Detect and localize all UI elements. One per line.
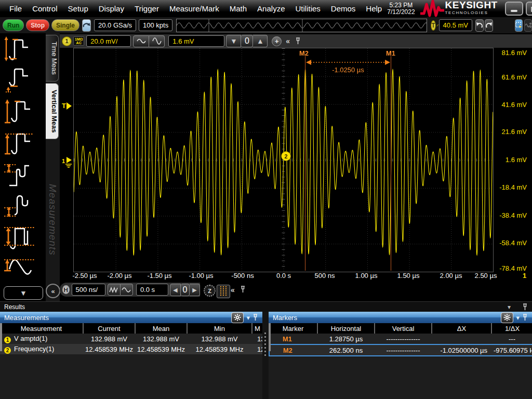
acquisition-preview-strip[interactable]	[176, 19, 427, 32]
offset-down-button[interactable]: ▼	[226, 35, 241, 47]
channel-1-bar: 1 1MΩ AC 20.0 mV/ 1.6 mV ▼ 0 ▲ + «	[60, 34, 532, 48]
markers-button[interactable]	[217, 285, 230, 298]
y-tick: -58.4 mV	[499, 239, 527, 247]
memory-depth-field[interactable]: 100 kpts	[139, 19, 172, 31]
measurements-settings-button[interactable]	[231, 312, 244, 323]
sample-rate-field[interactable]: 20.0 GSa/s	[94, 19, 136, 31]
collapse-channel-bar-button[interactable]: «	[286, 37, 290, 45]
results-drop-icon[interactable]: ▾	[508, 303, 511, 311]
timebase-zoom-in-button[interactable]	[121, 284, 133, 296]
measurement-row-vamptd[interactable]: 1V amptd(1) 132.988 mV 132.988 mV 132.98…	[0, 334, 262, 344]
restore-button[interactable]	[526, 2, 532, 16]
marker-row-m2-selected[interactable]: M2 262.500 ns --------------- -1.0250000…	[269, 344, 532, 356]
col-dx: ΔX	[432, 323, 491, 334]
measurement-2-bubble[interactable]: 2	[281, 151, 291, 161]
trigger-level-field[interactable]: 40.5 mV	[439, 19, 472, 31]
channel-1-badge[interactable]: 1	[62, 36, 72, 46]
menu-measure-mark[interactable]: Measure/Mark	[164, 4, 224, 13]
menu-setup[interactable]: Setup	[63, 4, 94, 13]
offset-field[interactable]: 1.6 mV	[168, 35, 224, 47]
scale-large-button[interactable]	[149, 35, 165, 47]
stop-button[interactable]: Stop	[26, 19, 49, 31]
keysight-wordmark: KEYSIGHT TECHNOLOGIES	[445, 1, 498, 17]
col-measurement: Measurement	[0, 323, 83, 334]
tab-time-meas[interactable]: Time Meas	[46, 35, 59, 82]
marker-m1-line[interactable]	[391, 56, 391, 271]
y-tick: 41.6 mV	[502, 101, 527, 109]
y-tick: -78.4 mV	[499, 264, 527, 272]
y-tick: 61.6 mV	[502, 73, 527, 81]
markers-panel: Markers ▾ Marker Horizontal Vertical ΔX …	[269, 312, 532, 399]
measurements-panel-header[interactable]: Measurements ▾	[0, 312, 262, 323]
timebase-scale-field[interactable]: 500 ns/	[72, 284, 105, 296]
pin-icon[interactable]	[522, 303, 528, 311]
add-channel-button[interactable]: +	[272, 36, 282, 46]
menu-demos[interactable]: Demos	[326, 4, 361, 13]
timebase-zoom-out-button[interactable]	[108, 284, 121, 296]
single-button[interactable]: Single	[51, 19, 79, 31]
pin-icon[interactable]	[252, 314, 258, 321]
tab-vertical-meas[interactable]: Vertical Meas	[46, 83, 59, 139]
clear-display-button[interactable]	[82, 19, 91, 32]
horizontal-badge[interactable]: H	[62, 285, 70, 294]
undo-button[interactable]	[475, 19, 484, 32]
v-amplitude-meas-icon[interactable]	[2, 223, 42, 250]
pin-icon[interactable]	[240, 286, 246, 293]
menu-trigger[interactable]: Trigger	[129, 4, 164, 13]
y-axis-labels: 81.6 mV 61.6 mV 41.6 mV 21.6 mV 1.6 mV -…	[495, 48, 529, 272]
marker-m2-label[interactable]: M2	[299, 49, 309, 57]
zone-select-button[interactable]	[515, 19, 523, 32]
markers-table: Marker Horizontal Vertical ΔX 1/ΔX M1 1.…	[269, 323, 532, 356]
measurements-drop-icon[interactable]: ▾	[246, 314, 250, 322]
v-peak-peak-meas-icon[interactable]	[2, 35, 42, 62]
collapse-hbar-button[interactable]: «	[231, 286, 235, 294]
vertical-scale-field[interactable]: 20.0 mV/	[86, 35, 131, 47]
trigger-source-badge[interactable]: T	[431, 20, 435, 31]
position-zero-button[interactable]: 0	[181, 284, 190, 296]
channel-1-ground-marker[interactable]: 1	[61, 154, 74, 169]
v-lower-meas-icon[interactable]	[2, 192, 42, 219]
pin-icon[interactable]	[295, 37, 301, 45]
marker-row-m1[interactable]: M1 1.28750 µs --------------- ---	[269, 334, 532, 344]
marker-m2-line[interactable]	[305, 56, 305, 271]
fit-waveform-button[interactable]	[524, 19, 532, 32]
measurement-row-frequency[interactable]: 2Frequency(1) 12.458539 MHz 12.458539 MH…	[0, 344, 262, 354]
run-button[interactable]: Run	[3, 19, 24, 31]
trigger-arrow-icon	[66, 102, 72, 110]
more-measurements-button[interactable]: ▼	[4, 286, 43, 300]
timebase-position-field[interactable]: 0.0 s	[136, 284, 168, 296]
trigger-level-marker[interactable]: T	[62, 102, 72, 110]
menu-help[interactable]: Help	[361, 4, 387, 13]
menu-analyze[interactable]: Analyze	[252, 4, 290, 13]
redo-button[interactable]	[485, 19, 493, 32]
offset-up-button[interactable]: ▲	[253, 35, 268, 47]
menu-utilities[interactable]: Utilities	[290, 4, 325, 13]
coupling-badge[interactable]: 1MΩ AC	[73, 36, 84, 46]
chevron-down-icon: ▼	[20, 289, 27, 297]
markers-panel-header[interactable]: Markers ▾	[269, 312, 532, 323]
marker-m1-label[interactable]: M1	[386, 49, 395, 57]
pin-icon[interactable]	[522, 314, 528, 321]
markers-drop-icon[interactable]: ▾	[516, 314, 520, 322]
collapse-sidebar-button[interactable]: «	[46, 284, 60, 298]
minimize-button[interactable]	[505, 2, 523, 16]
menu-file[interactable]: File	[4, 4, 27, 13]
markers-settings-button[interactable]	[501, 312, 513, 323]
v-max-meas-icon[interactable]	[2, 98, 42, 125]
panel-splitter[interactable]	[262, 312, 269, 399]
menu-math[interactable]: Math	[224, 4, 252, 13]
sine-amplitude-meas-icon[interactable]	[2, 255, 42, 282]
v-upper-meas-icon[interactable]	[2, 129, 42, 156]
panel-edge	[269, 323, 271, 351]
zoom-mode-button[interactable]: Z	[204, 285, 216, 297]
v-base-meas-icon[interactable]	[2, 66, 42, 94]
plus-icon: +	[275, 37, 279, 45]
offset-zero-button[interactable]: 0	[241, 35, 253, 47]
position-right-button[interactable]: ►	[190, 284, 200, 296]
v-mid-meas-icon[interactable]	[2, 161, 42, 188]
position-left-button[interactable]: ◄	[170, 284, 181, 296]
menu-control[interactable]: Control	[27, 4, 62, 13]
menu-display[interactable]: Display	[94, 4, 129, 13]
trigger-edge-icon[interactable]	[436, 21, 439, 30]
scale-small-button[interactable]	[133, 35, 149, 47]
